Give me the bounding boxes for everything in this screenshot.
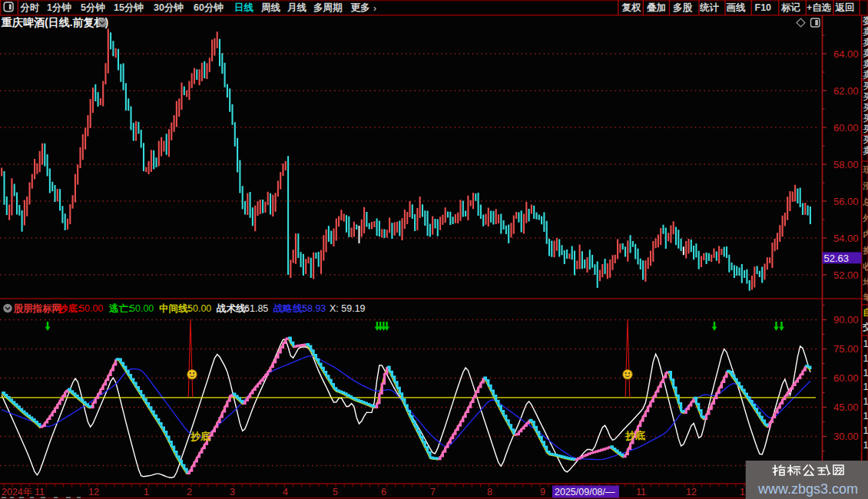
svg-text:30.00: 30.00 — [833, 431, 859, 442]
svg-text:交: 交 — [862, 322, 868, 332]
svg-text:统计: 统计 — [699, 2, 720, 13]
svg-text:11: 11 — [35, 487, 45, 497]
svg-text:战略线:: 战略线: — [273, 303, 306, 314]
svg-text:抄底:: 抄底: — [58, 303, 81, 314]
svg-text:卖: 卖 — [863, 48, 868, 58]
svg-text:15分钟: 15分钟 — [114, 2, 144, 13]
svg-text:股朋指标网: 股朋指标网 — [13, 303, 62, 314]
svg-text:买: 买 — [863, 103, 868, 112]
svg-text:卖: 卖 — [863, 70, 868, 80]
svg-text:8: 8 — [487, 487, 492, 497]
svg-text:30分钟: 30分钟 — [154, 2, 184, 13]
svg-text:返回: 返回 — [835, 2, 855, 13]
svg-text:委: 委 — [863, 16, 868, 26]
svg-text:5分钟: 5分钟 — [81, 2, 105, 13]
svg-text:62.00: 62.00 — [833, 85, 859, 97]
svg-text:1: 1 — [863, 367, 868, 378]
svg-text:1: 1 — [863, 352, 868, 364]
svg-text:涨: 涨 — [863, 181, 868, 190]
svg-text:60.00: 60.00 — [833, 122, 859, 134]
svg-text:月线: 月线 — [287, 2, 307, 13]
svg-text:买: 买 — [863, 135, 868, 144]
svg-text:1: 1 — [863, 381, 868, 392]
svg-text:1: 1 — [863, 410, 868, 421]
svg-text:收: 收 — [863, 262, 868, 271]
svg-text:2025/09/08/—: 2025/09/08/— — [555, 487, 615, 497]
svg-text:周线: 周线 — [260, 2, 281, 13]
svg-text:换: 换 — [863, 246, 868, 255]
svg-text:3: 3 — [230, 487, 235, 497]
svg-text:日线: 日线 — [234, 2, 254, 13]
svg-text:1分钟: 1分钟 — [47, 2, 71, 13]
svg-text:75.00: 75.00 — [833, 343, 859, 355]
svg-text:重庆啤酒(日线.前复权): 重庆啤酒(日线.前复权) — [1, 16, 108, 28]
svg-text:抄底: 抄底 — [190, 431, 210, 442]
svg-text:11: 11 — [636, 487, 646, 497]
svg-text:1: 1 — [863, 439, 868, 451]
svg-text:90.00: 90.00 — [833, 314, 859, 326]
svg-text:50.00: 50.00 — [187, 303, 211, 314]
svg-text:›: › — [373, 3, 376, 14]
svg-text:7: 7 — [430, 487, 436, 497]
svg-text:多股: 多股 — [673, 2, 694, 13]
svg-text:买: 买 — [863, 81, 868, 91]
svg-text:52.63: 52.63 — [824, 253, 850, 264]
svg-text:自: 自 — [863, 307, 868, 318]
svg-text:均: 均 — [863, 278, 868, 287]
svg-text:58.00: 58.00 — [833, 159, 859, 170]
svg-text:4: 4 — [283, 487, 288, 497]
svg-text:56.00: 56.00 — [833, 196, 859, 207]
svg-text:内: 内 — [863, 230, 868, 239]
svg-text:X: 59.19: X: 59.19 — [330, 303, 366, 314]
svg-text:F10: F10 — [755, 2, 772, 13]
svg-text:买: 买 — [863, 124, 868, 134]
svg-text:1: 1 — [863, 395, 868, 407]
svg-text:58.93: 58.93 — [302, 303, 326, 314]
svg-text:分时: 分时 — [20, 2, 41, 13]
svg-text:5: 5 — [333, 487, 338, 497]
svg-text:52.00: 52.00 — [833, 269, 859, 281]
svg-text:卖: 卖 — [863, 146, 868, 156]
svg-text:64.00: 64.00 — [833, 48, 859, 60]
svg-text:2: 2 — [187, 487, 192, 497]
svg-text:总: 总 — [863, 197, 868, 207]
svg-text:复权: 复权 — [621, 2, 642, 13]
svg-text:叠加: 叠加 — [646, 2, 666, 13]
svg-text:外: 外 — [863, 213, 868, 223]
svg-text:2024年: 2024年 — [2, 487, 32, 497]
svg-text:画线: 画线 — [727, 2, 747, 13]
svg-text:卖: 卖 — [863, 38, 868, 48]
svg-text:1: 1 — [863, 338, 868, 349]
svg-text:买: 买 — [863, 92, 868, 101]
svg-text:60分钟: 60分钟 — [194, 2, 224, 13]
svg-text:中间线:: 中间线: — [159, 303, 191, 314]
svg-text:标记: 标记 — [780, 2, 801, 13]
svg-text:更多: 更多 — [351, 2, 370, 13]
svg-text:买: 买 — [863, 114, 868, 123]
svg-text:+自选: +自选 — [807, 2, 832, 13]
svg-text:60.00: 60.00 — [833, 372, 859, 384]
svg-text:1: 1 — [863, 425, 868, 436]
svg-text:12: 12 — [686, 487, 697, 497]
svg-text:1: 1 — [144, 487, 149, 497]
svg-text:多周期: 多周期 — [313, 2, 343, 13]
svg-text:50.00: 50.00 — [130, 303, 154, 314]
svg-text:现: 现 — [863, 165, 868, 174]
svg-text:45.00: 45.00 — [833, 402, 859, 413]
svg-text:54.00: 54.00 — [833, 233, 859, 244]
svg-text:逃亡:: 逃亡: — [108, 303, 131, 314]
svg-text:9: 9 — [540, 487, 545, 497]
svg-text:www.zbgs3.com: www.zbgs3.com — [757, 481, 858, 497]
svg-text:61.85: 61.85 — [244, 303, 268, 314]
svg-text:50.00: 50.00 — [79, 303, 103, 314]
svg-text:6: 6 — [381, 487, 386, 497]
svg-text:卖: 卖 — [863, 27, 868, 37]
svg-text:12: 12 — [88, 487, 99, 497]
svg-text:卖: 卖 — [863, 59, 868, 69]
svg-text:抄底: 抄底 — [624, 430, 645, 441]
svg-text:1: 1 — [740, 487, 745, 497]
svg-text:笔: 笔 — [863, 292, 868, 302]
